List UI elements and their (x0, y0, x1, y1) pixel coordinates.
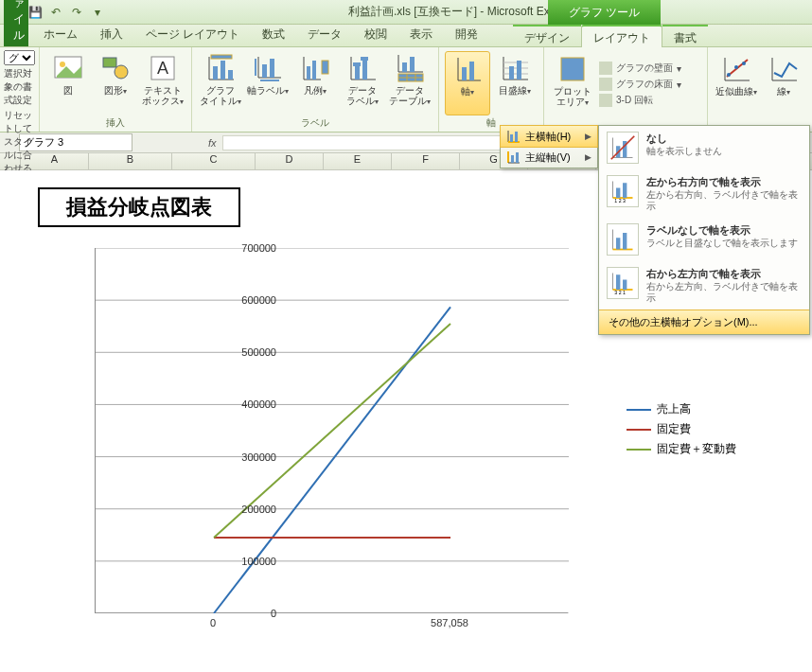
legend-button[interactable]: 凡例 (292, 51, 338, 115)
file-tab[interactable]: ファイル (4, 0, 28, 46)
tab-chart-format[interactable]: 書式 (662, 25, 708, 47)
legend-item-2: 固定費 (627, 421, 736, 437)
svg-rect-32 (410, 57, 415, 72)
tab-view[interactable]: 表示 (398, 23, 444, 46)
tab-data[interactable]: データ (296, 23, 353, 46)
axis-nolabel-icon (607, 223, 639, 256)
plot-area[interactable] (95, 248, 568, 613)
y-tick-label: 300000 (241, 451, 276, 463)
tab-developer[interactable]: 開発 (444, 23, 489, 46)
tab-formulas[interactable]: 数式 (251, 23, 296, 46)
col-D[interactable]: D (256, 153, 324, 169)
svg-rect-31 (402, 62, 407, 72)
tab-pagelayout[interactable]: ページ レイアウト (134, 23, 251, 46)
redo-icon[interactable]: ↷ (68, 4, 85, 21)
chevron-right-icon: ▶ (585, 152, 591, 162)
haxis-icon (506, 129, 521, 144)
qat-customize-icon[interactable]: ▾ (89, 4, 106, 21)
svg-rect-15 (270, 59, 274, 78)
contextual-tab-header: グラフ ツール (548, 0, 661, 25)
svg-text:A: A (157, 59, 168, 78)
col-B[interactable]: B (89, 153, 172, 169)
axis-option-none[interactable]: なし軸を表示しません (599, 126, 809, 169)
svg-rect-73 (516, 152, 519, 163)
svg-rect-40 (469, 62, 474, 80)
svg-rect-81 (616, 188, 620, 199)
chart-wall-button[interactable]: グラフの壁面 ▾ (597, 61, 701, 76)
group-label-labels: ラベル (198, 116, 432, 130)
tab-home[interactable]: ホーム (32, 23, 89, 46)
more-axis-options[interactable]: その他の主横軸オプション(M)... (599, 309, 809, 334)
data-labels-button[interactable]: データ ラベル (340, 51, 385, 115)
insert-shapes-button[interactable]: 図形 (93, 51, 138, 115)
tab-review[interactable]: 校閲 (353, 23, 398, 46)
svg-rect-50 (573, 62, 577, 79)
save-icon[interactable]: 💾 (26, 4, 44, 21)
axis-option-nolabel[interactable]: ラベルなしで軸を表示ラベルと目盛なしで軸を表示します (599, 218, 809, 261)
col-F[interactable]: F (392, 153, 460, 169)
axes-button[interactable]: 軸 (445, 51, 490, 115)
svg-rect-10 (228, 70, 233, 80)
wall-icon (599, 62, 612, 75)
ribbon-group-insert: 図 図形 Aテキスト ボックス 挿入 (40, 47, 192, 132)
svg-rect-27 (353, 62, 361, 66)
primary-vertical-axis-item[interactable]: 主縦軸(V)▶ (501, 147, 597, 168)
axis-titles-button[interactable]: 軸ラベル (245, 51, 291, 115)
axes-submenu: 主横軸(H)▶ 主縦軸(V)▶ (500, 125, 598, 168)
legend-item-1: 売上高 (627, 401, 736, 417)
y-tick-label: 400000 (241, 398, 276, 410)
gridlines-button[interactable]: 目盛線 (492, 51, 538, 115)
format-selection-button[interactable]: 選択対象の書式設定 (4, 67, 35, 107)
lines-button[interactable]: 線 (761, 52, 806, 116)
axis-rtl-icon: 3 2 1 (607, 267, 639, 299)
tab-chart-design[interactable]: デザイン (513, 25, 581, 47)
primary-horizontal-axis-item[interactable]: 主横軸(H)▶ (500, 125, 598, 148)
ribbon-group-axes: 軸 目盛線 軸 (439, 47, 544, 132)
svg-rect-17 (260, 80, 279, 81)
axis-option-rtl[interactable]: 3 2 1 右から左方向で軸を表示右から左方向、ラベル付きで軸を表示 (599, 261, 809, 309)
chart-element-selector[interactable]: グラフ エリア (4, 50, 35, 65)
insert-picture-button[interactable]: 図 (45, 51, 91, 115)
reset-style-button[interactable]: リセットしてスタイルに合わせる (4, 109, 35, 175)
svg-rect-8 (213, 66, 218, 80)
data-table-button[interactable]: データ テーブル (387, 51, 432, 115)
chart-title-button[interactable]: グラフ タイトル (198, 51, 243, 115)
svg-rect-11 (211, 55, 232, 59)
svg-rect-16 (255, 59, 256, 76)
rotation-3d-button[interactable]: 3-D 回転 (597, 93, 701, 108)
plot-area-button[interactable]: プロット エリア (550, 52, 595, 116)
title-bar: ▭ 💾 ↶ ↷ ▾ 利益計画.xls [互換モード] - Microsoft E… (0, 0, 812, 25)
svg-rect-39 (462, 67, 467, 80)
chart-legend[interactable]: 売上高 固定費 固定費＋変動費 (627, 398, 736, 461)
svg-rect-87 (623, 233, 627, 250)
axis-none-icon (607, 132, 639, 164)
y-tick-label: 0 (271, 608, 276, 619)
legend-item-3: 固定費＋変動費 (627, 441, 736, 457)
chevron-right-icon: ▶ (585, 132, 591, 141)
col-C[interactable]: C (172, 153, 256, 169)
svg-rect-90 (616, 274, 620, 290)
trendline-button[interactable]: 近似曲線 (714, 52, 759, 116)
svg-rect-21 (312, 61, 316, 80)
chart-floor-button[interactable]: グラフの床面 ▾ (597, 77, 701, 92)
name-box[interactable]: グラフ 3 (19, 133, 132, 151)
insert-textbox-button[interactable]: Aテキスト ボックス (140, 51, 185, 115)
undo-icon[interactable]: ↶ (47, 4, 64, 21)
ribbon-tabstrip: ファイル ホーム 挿入 ページ レイアウト 数式 データ 校閲 表示 開発 デザ… (0, 25, 812, 47)
floor-icon (599, 78, 612, 91)
fx-icon[interactable]: fx (208, 137, 217, 149)
svg-rect-26 (362, 61, 367, 80)
tab-chart-layout[interactable]: レイアウト (581, 25, 662, 47)
x-tick-label: 587,058 (431, 617, 468, 628)
horizontal-axis-options-menu: なし軸を表示しません 1 2 3 左から右方向で軸を表示左から右方向、ラベル付き… (598, 125, 810, 335)
y-tick-label: 500000 (241, 346, 276, 358)
axis-option-ltr[interactable]: 1 2 3 左から右方向で軸を表示左から右方向、ラベル付きで軸を表示 (599, 169, 809, 218)
col-E[interactable]: E (324, 153, 392, 169)
svg-point-53 (727, 73, 731, 77)
ribbon-group-labels: グラフ タイトル 軸ラベル 凡例 データ ラベル データ テーブル ラベル (192, 47, 439, 132)
tab-insert[interactable]: 挿入 (89, 23, 134, 46)
svg-point-54 (734, 65, 738, 69)
y-tick-label: 600000 (241, 294, 276, 306)
svg-rect-72 (511, 155, 514, 163)
svg-rect-82 (623, 183, 627, 198)
